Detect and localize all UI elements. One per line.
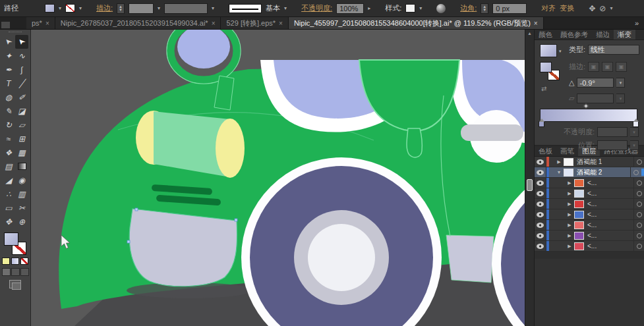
chevron-down-icon[interactable]: ▾ (616, 78, 625, 88)
tool-blend[interactable]: ◉ (15, 173, 28, 187)
layer-thumbnail[interactable] (574, 200, 584, 208)
scroll-up-icon[interactable]: ▲ (525, 31, 534, 36)
layer-row-1[interactable]: ▶ 酒褐能 1 (535, 157, 644, 167)
tool-selection[interactable]: ➤ (2, 35, 15, 49)
panel-grip[interactable] (9, 32, 22, 34)
layer-row-2-selected[interactable]: ▼ 酒褐能 2 (535, 167, 644, 178)
expand-arrow-icon[interactable]: ▶ (565, 180, 574, 186)
visibility-toggle[interactable] (535, 231, 546, 240)
canvas-artwork[interactable] (31, 30, 525, 326)
gradient-slider[interactable] (540, 109, 637, 122)
transform-options-icon[interactable]: ✥ (589, 4, 595, 13)
draw-inside-icon[interactable] (20, 268, 29, 276)
expand-arrow-icon[interactable]: ▶ (554, 159, 564, 165)
corner-stepper[interactable]: ▲▼ (481, 3, 488, 14)
tool-eraser[interactable]: ◪ (15, 104, 28, 118)
transform-link[interactable]: 变换 (560, 3, 574, 13)
layer-thumbnail[interactable] (574, 242, 584, 250)
corner-field[interactable]: 0 px (492, 3, 527, 14)
tool-lasso[interactable]: ∿ (15, 49, 28, 63)
visibility-toggle[interactable] (535, 241, 546, 251)
doc-tab-active[interactable]: Nipic_455997_20150808155348604000[转换].ai… (289, 17, 544, 29)
chevron-down-icon[interactable]: ▾ (559, 49, 562, 54)
drawing-mode-buttons[interactable] (2, 268, 29, 276)
layer-thumbnail[interactable] (574, 232, 584, 240)
close-icon[interactable]: × (534, 20, 538, 27)
chevron-down-icon[interactable]: ▾ (284, 5, 287, 11)
sublayer-row[interactable]: ▶ <... (535, 178, 644, 188)
canvas-vertical-scrollbar[interactable]: ▲ (525, 30, 535, 326)
gradient-fill-stroke-proxy[interactable] (540, 62, 560, 80)
tool-paintbrush[interactable]: ✐ (15, 90, 28, 104)
opacity-field[interactable]: 100% (336, 3, 364, 14)
draw-normal-icon[interactable] (2, 268, 11, 276)
visibility-toggle[interactable] (535, 167, 546, 177)
scrollbar-thumb[interactable] (527, 179, 533, 191)
sublayer-row[interactable]: ▶ <... (535, 231, 644, 241)
layer-thumbnail[interactable] (574, 179, 584, 187)
doc-tab-2[interactable]: Nipic_26785037_20180515203915499034.ai*× (55, 17, 221, 29)
gradient-stop-left[interactable] (539, 121, 544, 127)
gradient-fill-swatch[interactable] (540, 62, 552, 72)
tab-stroke[interactable]: 描边 (592, 30, 614, 40)
gradient-angle-field[interactable]: -0.9° (577, 78, 614, 88)
chevron-down-icon[interactable]: ▾ (419, 5, 422, 11)
sublayer-row[interactable]: ▶ <... (535, 188, 644, 199)
stroke-link[interactable]: 描边: (96, 3, 113, 13)
doc-tab-1[interactable]: ps*× (26, 17, 55, 29)
tab-color[interactable]: 颜色 (535, 30, 556, 40)
target-circle[interactable] (633, 199, 644, 209)
tab-gradient[interactable]: 渐变 (614, 30, 635, 40)
layer-name[interactable]: 酒褐能 2 (577, 168, 630, 177)
tool-magic-wand[interactable]: ✦ (2, 49, 15, 63)
tool-symbol-sprayer[interactable]: ∴ (2, 187, 15, 201)
layer-thumbnail[interactable] (564, 169, 573, 177)
tool-pencil[interactable]: ✎ (2, 104, 15, 118)
tool-shaper[interactable]: ◍ (2, 90, 15, 104)
tool-direct-selection[interactable]: ➤ (15, 35, 28, 49)
layer-name[interactable]: <... (587, 190, 633, 197)
brush-definition-label[interactable]: 基本 (266, 3, 280, 13)
target-circle[interactable] (630, 167, 641, 177)
visibility-toggle[interactable] (535, 220, 546, 230)
tool-gradient[interactable] (15, 159, 28, 173)
chevron-down-icon[interactable]: ▾ (59, 5, 61, 11)
target-circle[interactable] (633, 231, 644, 240)
layer-name[interactable]: <... (587, 242, 633, 250)
close-icon[interactable]: × (45, 20, 49, 27)
expand-arrow-icon[interactable]: ▶ (565, 212, 574, 217)
tool-line-segment[interactable]: ╱ (15, 76, 28, 90)
layer-name[interactable]: <... (587, 232, 633, 239)
chevron-down-icon[interactable]: ▾ (158, 5, 160, 11)
layer-name[interactable]: <... (587, 200, 633, 207)
tool-hand[interactable]: ✥ (2, 215, 15, 229)
fill-swatch[interactable] (45, 4, 55, 13)
draw-behind-icon[interactable] (11, 268, 20, 276)
gradient-type-dropdown[interactable]: 线性 (588, 45, 639, 55)
layer-name[interactable]: <... (587, 211, 633, 218)
tool-artboard[interactable]: ▭ (2, 201, 15, 215)
stroke-width-field[interactable] (129, 3, 154, 14)
tool-eyedropper[interactable]: ◢ (2, 173, 15, 187)
none-button[interactable] (20, 258, 28, 265)
tool-zoom[interactable]: ⊕ (15, 215, 28, 229)
layer-name[interactable]: <... (587, 179, 633, 186)
tool-rotate[interactable]: ↻ (2, 118, 15, 132)
tab-overflow-button[interactable]: » (629, 17, 644, 29)
expand-arrow-icon[interactable]: ▶ (565, 244, 574, 249)
recolor-artwork-icon[interactable] (436, 4, 446, 13)
fill-gradient-swatch[interactable] (4, 232, 18, 246)
tool-pen[interactable]: ✒ (2, 63, 15, 76)
visibility-toggle[interactable] (535, 188, 546, 198)
sublayer-row[interactable]: ▶ <... (535, 209, 644, 220)
chevron-down-icon[interactable]: ▾ (212, 5, 214, 11)
layer-thumbnail[interactable] (574, 190, 584, 198)
tool-width[interactable]: ≈ (2, 132, 15, 146)
visibility-toggle[interactable] (535, 157, 546, 167)
screen-mode-button[interactable] (9, 280, 21, 288)
sublayer-row[interactable]: ▶ <... (535, 220, 644, 231)
corner-link[interactable]: 边角: (460, 3, 477, 13)
tool-shape-builder[interactable]: ❖ (2, 146, 15, 159)
tab-color-guide[interactable]: 颜色参考 (556, 30, 592, 40)
tool-free-transform[interactable]: ⊞ (15, 132, 28, 146)
